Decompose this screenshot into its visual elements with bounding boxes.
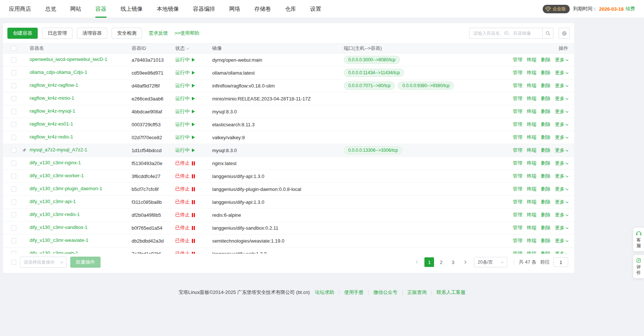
prev-page-button[interactable]	[413, 257, 422, 267]
customer-service-widget[interactable]: 客服	[633, 227, 644, 251]
action-delete-link[interactable]: 删除	[541, 121, 550, 128]
action-terminal-link[interactable]: 终端	[527, 134, 536, 141]
action-terminal-link[interactable]: 终端	[527, 82, 536, 89]
review-widget[interactable]: 评价	[633, 255, 644, 278]
action-more-link[interactable]: 更多	[555, 186, 568, 192]
settings-button[interactable]	[559, 28, 570, 39]
container-name-link[interactable]: dify_v130_c3mr-nginx-1	[30, 160, 81, 165]
action-terminal-link[interactable]: 终端	[527, 121, 536, 128]
action-more-link[interactable]: 更多	[555, 95, 568, 102]
action-terminal-link[interactable]: 终端	[527, 160, 536, 167]
container-name-link[interactable]: dify_v130_c3mr-api-1	[30, 199, 76, 204]
action-more-link[interactable]: 更多	[555, 160, 568, 167]
action-manage-link[interactable]: 管理	[513, 69, 522, 76]
row-checkbox[interactable]	[11, 186, 16, 192]
action-manage-link[interactable]: 管理	[513, 237, 522, 244]
row-checkbox[interactable]	[11, 83, 16, 88]
action-delete-link[interactable]: 删除	[541, 134, 550, 141]
action-more-link[interactable]: 更多	[555, 134, 568, 141]
action-manage-link[interactable]: 管理	[513, 147, 522, 154]
clean-container-button[interactable]: 清理容器	[77, 28, 107, 39]
action-manage-link[interactable]: 管理	[513, 108, 522, 115]
action-manage-link[interactable]: 管理	[513, 82, 522, 89]
container-name-link[interactable]: ollama_cdjs-ollama_Cdjs-1	[30, 69, 87, 75]
footer-link-5[interactable]: 联系人工客服	[437, 289, 465, 296]
action-more-link[interactable]: 更多	[555, 173, 568, 179]
action-manage-link[interactable]: 管理	[513, 199, 522, 205]
row-checkbox[interactable]	[11, 212, 16, 217]
row-checkbox[interactable]	[11, 148, 16, 153]
action-terminal-link[interactable]: 终端	[527, 69, 536, 76]
container-name-link[interactable]: ragflow_kr4z-mysql-1	[30, 108, 75, 114]
nav-item-6[interactable]: 本地镜像	[157, 0, 179, 18]
action-terminal-link[interactable]: 终端	[527, 212, 536, 218]
nav-item-3[interactable]: 网站	[70, 0, 81, 18]
row-checkbox[interactable]	[11, 238, 16, 243]
page-number-1[interactable]: 1	[424, 257, 434, 267]
footer-link-2[interactable]: 使用手册	[344, 289, 363, 296]
action-manage-link[interactable]: 管理	[513, 250, 522, 254]
action-manage-link[interactable]: 管理	[513, 95, 522, 102]
action-manage-link[interactable]: 管理	[513, 212, 522, 218]
select-all-checkbox[interactable]	[11, 46, 16, 51]
row-checkbox[interactable]	[11, 70, 16, 75]
action-more-link[interactable]: 更多	[555, 147, 568, 154]
row-checkbox[interactable]	[11, 109, 16, 114]
action-delete-link[interactable]: 删除	[541, 95, 550, 102]
page-number-3[interactable]: 3	[448, 257, 458, 267]
bottom-select-all-checkbox[interactable]	[11, 260, 16, 265]
container-name-link[interactable]: dify_v130_c3mr-web-1	[30, 250, 78, 254]
edition-badge[interactable]: 企业版	[543, 5, 570, 13]
action-manage-link[interactable]: 管理	[513, 173, 522, 179]
action-delete-link[interactable]: 删除	[541, 250, 550, 254]
action-more-link[interactable]: 更多	[555, 199, 568, 205]
action-terminal-link[interactable]: 终端	[527, 108, 536, 115]
action-delete-link[interactable]: 删除	[541, 212, 550, 218]
action-terminal-link[interactable]: 终端	[527, 147, 536, 154]
action-terminal-link[interactable]: 终端	[527, 95, 536, 102]
container-name-link[interactable]: ragflow_kr4z-ragflow-1	[30, 82, 78, 88]
search-button[interactable]	[542, 28, 553, 39]
log-manage-button[interactable]: 日志管理	[42, 28, 72, 39]
next-page-button[interactable]	[460, 257, 470, 267]
container-name-link[interactable]: dify_v130_c3mr-worker-1	[30, 173, 84, 178]
page-size-select[interactable]: 20条/页	[474, 257, 507, 267]
action-delete-link[interactable]: 删除	[541, 108, 550, 115]
search-input[interactable]	[469, 28, 542, 39]
container-name-link[interactable]: ragflow_kr4z-es01-1	[30, 121, 73, 127]
container-name-link[interactable]: dify_v130_c3mr-redis-1	[30, 212, 80, 217]
action-terminal-link[interactable]: 终端	[527, 173, 536, 179]
action-more-link[interactable]: 更多	[555, 69, 568, 76]
row-checkbox[interactable]	[11, 174, 16, 179]
action-manage-link[interactable]: 管理	[513, 186, 522, 192]
nav-item-11[interactable]: 设置	[310, 0, 321, 18]
action-more-link[interactable]: 更多	[555, 250, 568, 254]
action-more-link[interactable]: 更多	[555, 82, 568, 89]
action-manage-link[interactable]: 管理	[513, 121, 522, 128]
row-checkbox[interactable]	[11, 199, 16, 205]
container-name-link[interactable]: mysql_a7z2-mysql_A7z2-1	[30, 147, 87, 152]
nav-item-1[interactable]: 应用商店	[9, 0, 31, 18]
action-delete-link[interactable]: 删除	[541, 237, 550, 244]
container-name-link[interactable]: dify_v130_c3mr-sandbox-1	[30, 224, 88, 230]
row-checkbox[interactable]	[11, 161, 16, 166]
batch-action-button[interactable]: 批量操作	[70, 257, 101, 268]
row-checkbox[interactable]	[11, 251, 16, 254]
batch-action-select[interactable]: 请选择批量操作	[20, 257, 67, 268]
row-checkbox[interactable]	[11, 225, 16, 230]
container-name-link[interactable]: dify_v130_c3mr-weaviate-1	[30, 237, 88, 243]
action-more-link[interactable]: 更多	[555, 237, 568, 244]
action-delete-link[interactable]: 删除	[541, 186, 550, 192]
renew-link[interactable]: 续费	[626, 6, 635, 12]
nav-item-5[interactable]: 线上镜像	[121, 0, 143, 18]
goto-page-input[interactable]	[553, 257, 568, 267]
action-more-link[interactable]: 更多	[555, 108, 568, 115]
nav-item-2[interactable]: 总览	[45, 0, 56, 18]
action-delete-link[interactable]: 删除	[541, 69, 550, 76]
action-delete-link[interactable]: 删除	[541, 224, 550, 231]
action-manage-link[interactable]: 管理	[513, 56, 522, 63]
action-terminal-link[interactable]: 终端	[527, 224, 536, 231]
help-link[interactable]: >>使用帮助	[174, 30, 199, 37]
action-more-link[interactable]: 更多	[555, 56, 568, 63]
action-delete-link[interactable]: 删除	[541, 82, 550, 89]
